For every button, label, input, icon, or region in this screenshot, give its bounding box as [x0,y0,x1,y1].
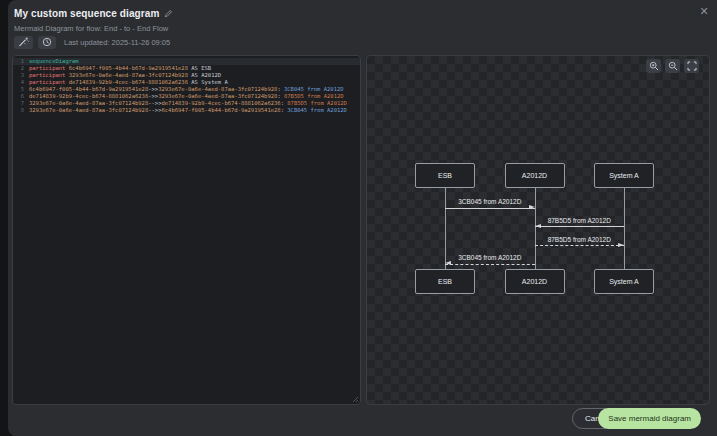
edit-title-pencil-icon[interactable] [164,9,173,18]
code-line: 6de714839-92b9-4cec-b674-8881062a6236->>… [13,93,360,100]
zoom-in-icon [649,59,659,74]
fullscreen-icon [687,59,697,74]
modal-body: 1sequenceDiagram2participant 6c4b6947-f0… [12,55,710,405]
last-updated-text: Last updated: 2025-11-26 09:05 [64,38,170,47]
line-number: 5 [16,86,24,93]
code-token: 6c4b6947-f005-4b44-b67d-9a2919541e28 [29,86,148,93]
mermaid-diagram-modal: ✕ My custom sequence diagram Mermaid Dia… [8,0,717,436]
arrowhead-icon [445,261,451,265]
code-line: 56c4b6947-f005-4b44-b67d-9a2919541e28->>… [13,86,360,93]
code-token: 6c4b6947-f005-4b44-b67d-9a2919541e28 [69,65,188,72]
line-number: 8 [16,107,24,114]
code-token: de714839-92b9-4cec-b674-8881062a6236 [69,79,188,86]
code-token: de714839-92b9-4cec-b674-8881062a6236 [29,93,148,100]
code-token: 3CB045 from A2012D [287,107,347,114]
mermaid-code-editor[interactable]: 1sequenceDiagram2participant 6c4b6947-f0… [12,55,361,405]
code-token: 3293e67e-0a6e-4aed-87aa-3fc07124b928 [29,100,148,107]
modal-subtitle: Mermaid Diagram for flow: End - to - End… [14,24,168,33]
resize-grip-icon[interactable] [352,396,359,403]
magic-wand-icon [18,35,29,50]
code-token: participant [29,72,69,79]
line-number: 2 [16,65,24,72]
save-button[interactable]: Save mermaid diagram [598,408,701,429]
modal-backdrop: ✕ My custom sequence diagram Mermaid Dia… [0,0,717,436]
code-line: 73293e67e-0a6e-4aed-87aa-3fc07124b928-->… [13,100,360,107]
code-token: AS ESB [188,65,211,72]
lifeline [535,188,536,269]
message-arrow [535,245,625,246]
modal-title: My custom sequence diagram [14,8,159,19]
diagram-preview-panel[interactable]: ESBESBA2012DA2012DSystem ASystem A3CB045… [366,55,710,405]
viewer-controls [646,59,699,73]
history-clock-icon [42,35,52,50]
code-token: 87B5D5 from A2012D [287,100,347,107]
arrowhead-icon [535,224,541,228]
line-number: 3 [16,72,24,79]
code-token: : [277,86,284,93]
zoom-out-button[interactable] [665,59,680,73]
participant-box: System A [594,269,654,294]
participant-box: A2012D [505,163,565,188]
code-token: 87B5D5 from A2012D [284,93,344,100]
message-label: 3CB045 from A2012D [458,254,521,261]
fullscreen-button[interactable] [684,59,699,73]
participant-box: ESB [415,269,475,294]
code-token: 3293e67e-0a6e-4aed-87aa-3fc07124b928 [29,107,148,114]
zoom-out-icon [668,59,678,74]
message-arrow [445,208,535,209]
message-arrow [445,264,535,265]
message-label: 87B5D5 from A2012D [548,236,611,243]
line-number: 4 [16,79,24,86]
lifeline [624,188,625,269]
message-arrow [535,226,625,227]
close-icon[interactable]: ✕ [697,4,711,18]
message-label: 87B5D5 from A2012D [548,217,611,224]
magic-wand-button[interactable] [14,36,33,49]
code-token: participant [29,79,69,86]
code-line: 4participant de714839-92b9-4cec-b674-888… [13,79,360,86]
code-token: 6c4b6947-f005-4b44-b67d-9a2919541e28 [161,107,280,114]
arrowhead-icon [529,205,535,209]
code-token: 3293e67e-0a6e-4aed-87aa-3fc07124b928 [69,72,188,79]
arrowhead-icon [618,243,624,247]
line-number: 1 [16,58,24,65]
modal-header: My custom sequence diagram [14,8,173,19]
code-token: participant [29,65,69,72]
participant-box: ESB [415,163,475,188]
editor-toolbar: Last updated: 2025-11-26 09:05 [14,36,170,49]
participant-box: A2012D [505,269,565,294]
code-line: 1sequenceDiagram [13,58,360,65]
history-button[interactable] [38,36,56,49]
code-line: 3participant 3293e67e-0a6e-4aed-87aa-3fc… [13,72,360,79]
line-number: 7 [16,100,24,107]
code-line: 2participant 6c4b6947-f005-4b44-b67d-9a2… [13,65,360,72]
code-line: 83293e67e-0a6e-4aed-87aa-3fc07124b928-->… [13,107,360,114]
sequence-diagram-canvas[interactable]: ESBESBA2012DA2012DSystem ASystem A3CB045… [367,56,709,404]
code-token: 3293e67e-0a6e-4aed-87aa-3fc07124b928 [158,93,277,100]
code-token: AS A2012D [188,72,221,79]
code-token: ->> [148,93,158,100]
code-token: : [281,107,288,114]
code-token: sequenceDiagram [29,58,79,65]
code-token: AS System A [188,79,228,86]
zoom-in-button[interactable] [646,59,661,73]
code-token: : [277,93,284,100]
message-label: 3CB045 from A2012D [458,198,521,205]
code-token: ->> [148,86,158,93]
code-token: -->> [148,100,161,107]
participant-box: System A [594,163,654,188]
code-token: : [281,100,288,107]
code-token: 3CB045 from A2012D [284,86,344,93]
lifeline [445,188,446,269]
code-token: -->> [148,107,161,114]
code-token: de714839-92b9-4cec-b674-8881062a6236 [161,100,280,107]
line-number: 6 [16,93,24,100]
code-lines: 1sequenceDiagram2participant 6c4b6947-f0… [13,58,360,114]
code-token: 3293e67e-0a6e-4aed-87aa-3fc07124b928 [158,86,277,93]
